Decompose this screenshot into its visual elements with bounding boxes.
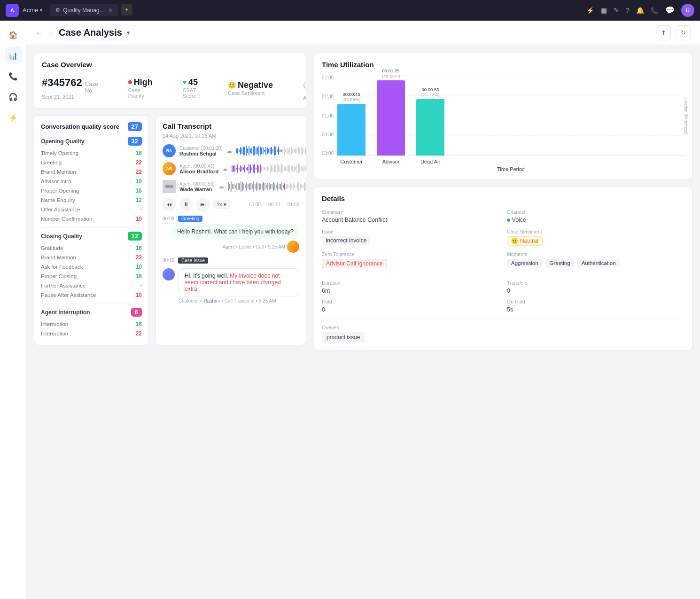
chart-content: 02:00 01:30 01:00 00:30 00:00 <box>322 75 684 172</box>
edit-icon[interactable]: ✎ <box>614 7 619 14</box>
closing-items: Gratitude 16 Brand Mention 22 Ask for Fe… <box>41 243 142 300</box>
bell-icon[interactable]: 🔔 <box>636 7 644 14</box>
right-column: Time Utilization 02:00 01:30 01:00 00:30… <box>314 53 692 591</box>
add-tab-button[interactable]: + <box>121 4 132 16</box>
audio-track-customer: RS Customer (00:01:20) Rashmi Sehgal ☁ <box>163 144 299 157</box>
chat-messages: 00:08 Greeting Hello Rashmi. What can I … <box>163 216 299 303</box>
pause-button[interactable]: ⏸ <box>179 198 193 211</box>
quality-card: Conversation quality score 27 Opening Qu… <box>34 115 149 345</box>
user-avatar[interactable]: U <box>681 4 694 17</box>
calendar-icon[interactable]: ▦ <box>601 7 607 14</box>
agent2-waveform[interactable] <box>228 180 307 193</box>
main-layout: 🏠 📊 📞 🎧 ⚡ ← ☆ Case Analysis ▾ ⬆ ↻ Case O… <box>0 21 700 599</box>
sentiment-tag: 😐 Neutral <box>507 236 543 246</box>
score-row-greeting: Greeting 22 <box>41 158 142 167</box>
skip-forward-button[interactable]: ⏭ <box>196 198 210 211</box>
agent2-avatar: WW <box>163 180 176 193</box>
agent1-waveform[interactable] <box>232 162 306 175</box>
detail-channel: Channel Voice <box>507 209 684 223</box>
closing-score-badge: 12 <box>128 232 142 241</box>
y-axis-labels: 02:00 01:30 01:00 00:30 00:00 <box>322 75 334 169</box>
chart-bars-area: 00:00:45(20.59%) 00:01:25(49.23%) <box>337 75 684 172</box>
advisor-bar-group: 00:01:25(49.23%) <box>377 68 405 156</box>
page-title: Case Analysis <box>59 27 122 38</box>
customer-track-info: Customer (00:01:20) Rashmi Sehgal <box>179 146 223 156</box>
csat-heart-icon: ♥ <box>183 78 187 86</box>
title-chevron-icon[interactable]: ▾ <box>127 29 130 36</box>
sidebar-item-headset[interactable]: 🎧 <box>5 88 22 105</box>
tab-close-icon[interactable]: ✕ <box>108 7 113 14</box>
score-row-pause-after: Pause After Assistance 10 <box>41 290 142 300</box>
zero-tolerance-tag: Advisor Call Ignorance <box>322 259 387 268</box>
x-label-dead-air: Dead Air <box>416 159 444 164</box>
agent2-track-info: Agent (00:00:53) Wade Warren <box>179 181 215 192</box>
greeting-tag: Greeting <box>178 216 202 222</box>
header-bar: ← ☆ Case Analysis ▾ ⬆ ↻ <box>26 21 700 45</box>
opening-score-badge: 32 <box>128 137 142 146</box>
bars-container: 00:00:45(20.59%) 00:01:25(49.23%) <box>337 75 684 156</box>
customer-bar-group: 00:00:45(20.59%) <box>337 92 366 156</box>
timeline: 00:00 00:30 01:00 <box>249 202 299 207</box>
lightning-icon[interactable]: ⚡ <box>586 7 594 14</box>
case-issue-timestamp: 00:15 <box>163 258 174 263</box>
case-number-block: #345762 Case No. Sept 21, 2021 <box>42 77 98 100</box>
phone-icon[interactable]: 📞 <box>651 7 659 14</box>
score-row-name-enquiry: Name Enquiry 12 <box>41 195 142 205</box>
agent-message-avatar <box>287 241 299 253</box>
x-label-advisor: Advisor <box>377 159 405 164</box>
advisor-bar-label-top: 00:01:25(49.23%) <box>377 68 405 78</box>
dead-air-bar <box>416 99 444 156</box>
share-button[interactable]: ⬆ <box>656 25 671 40</box>
sidebar-item-activity[interactable]: ⚡ <box>5 109 22 126</box>
app-logo: A <box>6 4 19 17</box>
app-name[interactable]: Acme ▾ <box>23 7 42 14</box>
interruption-items: Interruption 16 Interruption 22 <box>41 319 142 338</box>
back-button[interactable]: ← <box>36 29 43 37</box>
detail-hold: Hold 0 <box>322 299 499 313</box>
advisor-bar <box>377 80 405 156</box>
chat-icon[interactable]: 💬 <box>665 6 675 15</box>
help-icon[interactable]: ? <box>626 7 630 14</box>
x-axis-title: Time Period <box>337 166 684 172</box>
detail-on-hold: On Hold 5s <box>507 299 684 313</box>
customer-message-meta: Customer • Rashmi • Call Transcript • 9:… <box>179 298 299 303</box>
sidebar-item-home[interactable]: 🏠 <box>5 26 22 43</box>
score-row-timely-opening: Timely Opening 16 <box>41 148 142 158</box>
detail-queues: Queues product issue <box>322 325 684 342</box>
transcript-title: Call Transcript <box>163 122 299 130</box>
details-title: Details <box>322 194 684 202</box>
sentiment-metric: 🙁 Negative Case Sentiment <box>228 80 273 96</box>
customer-waveform[interactable] <box>236 144 306 157</box>
customer-message-avatar <box>163 268 175 280</box>
y-axis-title: Duration (hh:mm:ss) <box>684 96 688 135</box>
score-row-brand-mention-2: Brand Mention 22 <box>41 253 142 262</box>
moments-tags: Aggression Greeting Authentication <box>507 259 684 267</box>
dead-air-bar-group: 00:00:53(25.12%) <box>416 87 444 156</box>
detail-zero-tolerance: Zero Tolerance Advisor Call Ignorance <box>322 251 499 268</box>
case-date: Sept 21, 2021 <box>42 94 98 100</box>
audio-track-agent: AB Agent (00:00:43) Alison Bradford ☁ <box>163 162 299 175</box>
moment-aggression: Aggression <box>507 259 543 267</box>
sidebar-item-analytics[interactable]: 📊 <box>5 47 22 64</box>
favorite-icon[interactable]: ☆ <box>48 29 54 37</box>
two-panels: Conversation quality score 27 Opening Qu… <box>34 115 306 345</box>
playback-controls: ⏮ ⏸ ⏭ 1x ▾ 00:00 00:30 01:00 <box>163 198 299 211</box>
sidebar-item-phone[interactable]: 📞 <box>5 68 22 85</box>
priority-dot <box>128 80 132 84</box>
agent1-avatar: AB <box>163 162 176 175</box>
aht-clock-icon: 🕐 <box>303 81 306 89</box>
score-row-further-assistance: Further Assistance - <box>41 281 142 290</box>
greeting-timestamp: 00:08 <box>163 216 174 221</box>
greeting-row: 00:08 Greeting <box>163 216 299 222</box>
moment-greeting: Greeting <box>545 259 575 267</box>
case-metrics: #345762 Case No. Sept 21, 2021 High Cas <box>42 75 298 101</box>
x-label-customer: Customer <box>337 159 366 164</box>
score-row-offer-assistance: Offer Assistance - <box>41 205 142 214</box>
tab-quality-manage[interactable]: ⚙ Quality Manag… ✕ <box>50 4 118 16</box>
score-row-proper-opening: Proper Opening 16 <box>41 186 142 195</box>
refresh-button[interactable]: ↻ <box>676 25 691 40</box>
skip-back-button[interactable]: ⏮ <box>163 198 176 211</box>
customer-bar <box>337 104 366 156</box>
speed-selector[interactable]: 1x ▾ <box>213 200 230 209</box>
case-issue-tag: Case Issue <box>178 257 208 264</box>
